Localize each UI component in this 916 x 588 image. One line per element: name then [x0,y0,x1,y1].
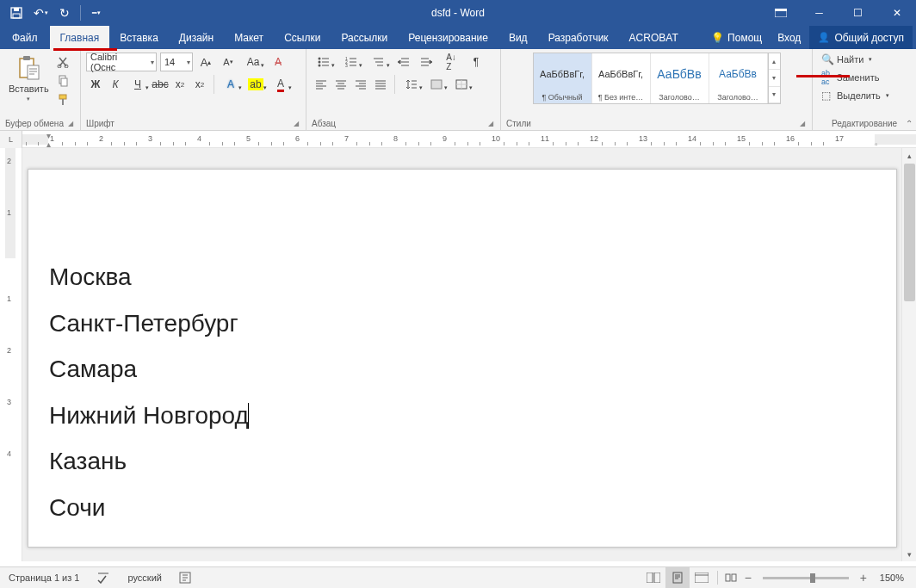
tab-design[interactable]: Дизайн [169,26,224,49]
format-painter-button[interactable] [54,92,71,108]
minimize-button[interactable]: ─ [800,0,839,26]
paste-button[interactable]: Вставить ▾ [5,53,53,104]
language-indicator[interactable]: русский [119,567,170,588]
align-left-button[interactable] [312,75,331,94]
clipboard-launcher[interactable]: ◢ [68,120,75,127]
decrease-font-button[interactable]: A▾ [219,53,238,71]
scrollbar-vertical[interactable]: ▴ ▾ [901,148,916,561]
lightbulb-icon: 💡 [711,32,724,44]
tab-acrobat[interactable]: ACROBAT [619,26,689,49]
spellcheck-indicator[interactable] [88,567,119,588]
zoom-in-button[interactable]: + [856,571,871,585]
tab-developer[interactable]: Разработчик [538,26,619,49]
tab-view[interactable]: Вид [498,26,538,49]
zoom-thumb[interactable] [810,573,815,583]
collapse-ribbon-button[interactable]: ⌃ [906,119,913,128]
justify-button[interactable] [371,75,390,94]
tab-insert[interactable]: Вставка [109,26,169,49]
styles-gallery[interactable]: АаБбВвГг,¶ Обычный АаБбВвГг,¶ Без инте… … [533,53,781,104]
align-right-button[interactable] [351,75,370,94]
ruler-horizontal[interactable]: L 1234567891011121314151617▾▴▫ [0,131,916,148]
tell-me-search[interactable]: 💡Помощ [704,32,769,44]
gallery-scroll[interactable]: ▴▾▾ [768,53,780,103]
numbering-button[interactable]: 123▾ [339,53,363,71]
maximize-button[interactable]: ☐ [839,0,877,26]
scroll-up-arrow[interactable]: ▴ [902,148,916,163]
style-no-spacing[interactable]: АаБбВвГг,¶ Без инте… [592,53,651,103]
document-title: dsfd - Word [431,7,485,19]
paragraph-launcher[interactable]: ◢ [488,120,495,127]
font-launcher[interactable]: ◢ [294,120,300,127]
tab-file[interactable]: Файл [0,26,50,49]
zoom-out-mini[interactable] [721,567,740,589]
align-center-button[interactable] [331,75,350,94]
cut-button[interactable] [54,54,71,70]
clear-formatting-button[interactable]: A̶ [269,53,288,71]
tab-layout[interactable]: Макет [224,26,274,49]
signin-link[interactable]: Вход [769,32,809,44]
underline-button[interactable]: Ч▾ [126,75,150,94]
web-layout-button[interactable] [690,567,714,589]
strikethrough-button[interactable]: abc [151,75,170,94]
increase-indent-button[interactable] [417,53,436,71]
styles-launcher[interactable]: ◢ [800,120,807,127]
font-name-combo[interactable]: Calibri (Оснс▾ [86,53,157,71]
paragraph[interactable]: Нижний Новгород [49,401,862,430]
bold-button[interactable]: Ж [86,75,105,94]
macro-indicator[interactable] [170,567,200,588]
decrease-indent-button[interactable] [394,53,413,71]
style-heading2[interactable]: АаБбВвЗаголово… [709,53,768,103]
sort-button[interactable]: A↓Z [439,53,463,71]
copy-button[interactable] [54,73,71,89]
line-spacing-button[interactable]: ▾ [399,75,424,94]
find-button[interactable]: 🔍Найти▾ [818,53,893,66]
undo-button[interactable]: ↶▾ [29,2,52,24]
print-layout-button[interactable] [665,567,690,589]
qat-customize[interactable]: ━▾ [85,2,108,24]
paragraph[interactable]: Сочи [49,493,862,523]
ruler-vertical[interactable]: 211234 [0,148,22,561]
paragraph[interactable]: Казань [49,447,862,476]
replace-button[interactable]: abacЗаменить [818,68,893,87]
style-normal[interactable]: АаБбВвГг,¶ Обычный [534,53,592,103]
highlight-button[interactable]: ab▾ [244,75,268,94]
font-size-combo[interactable]: 14▾ [160,53,193,71]
paragraph[interactable]: Москва [49,263,862,292]
scroll-down-arrow[interactable]: ▾ [902,547,916,561]
save-button[interactable] [5,2,28,24]
select-button[interactable]: ⬚Выделить▾ [818,89,893,102]
scroll-thumb[interactable] [904,164,915,301]
svg-rect-7 [28,65,39,79]
font-color-button[interactable]: A▾ [269,75,293,94]
ribbon-display-options[interactable] [761,0,800,26]
superscript-button[interactable]: x2 [190,75,209,94]
italic-button[interactable]: К [106,75,125,94]
page-indicator[interactable]: Страница 1 из 1 [0,567,88,588]
paragraph[interactable]: Санкт-Петербург [49,309,862,338]
increase-font-button[interactable]: A▴ [196,53,215,71]
tab-references[interactable]: Ссылки [274,26,331,49]
multilevel-list-button[interactable]: ▾ [367,53,391,71]
paragraph[interactable]: Самара [49,355,862,384]
document-page[interactable]: МоскваСанкт-ПетербургСамараНижний Новгор… [28,169,897,548]
bullets-button[interactable]: ▾ [312,53,336,71]
subscript-button[interactable]: x2 [170,75,189,94]
style-heading1[interactable]: АаБбВвЗаголово… [651,53,709,103]
change-case-button[interactable]: Aa▾ [241,53,265,71]
tab-mailings[interactable]: Рассылки [331,26,398,49]
zoom-out-button[interactable]: − [740,571,756,585]
share-button[interactable]: 👤Общий доступ [809,26,913,49]
borders-button[interactable]: ▾ [449,75,473,94]
tab-review[interactable]: Рецензирование [398,26,498,49]
close-button[interactable]: ✕ [877,0,916,26]
show-marks-button[interactable]: ¶ [467,53,486,71]
read-mode-button[interactable] [641,567,665,589]
titlebar: ↶▾ ↻ ━▾ dsfd - Word ─ ☐ ✕ [0,0,916,26]
zoom-level[interactable]: 150% [871,567,916,588]
redo-button[interactable]: ↻ [53,2,76,24]
shading-button[interactable]: ▾ [424,75,449,94]
zoom-slider[interactable] [763,577,849,579]
text-effects-button[interactable]: A▾ [219,75,243,94]
tab-home[interactable]: Главная [50,26,110,49]
tab-selector[interactable]: L [0,131,22,148]
